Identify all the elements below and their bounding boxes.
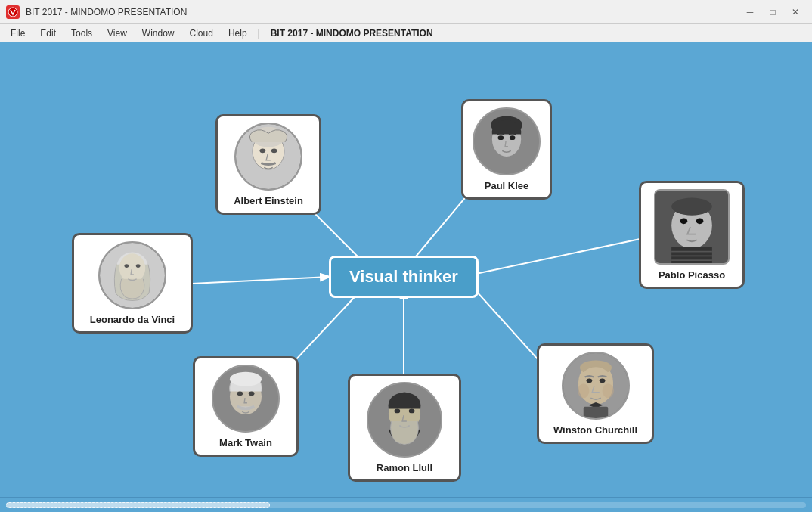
person-name-albert-einstein: Albert Einstein (224, 195, 313, 206)
close-button[interactable]: ✕ (785, 4, 806, 20)
svg-point-29 (119, 253, 145, 282)
svg-point-16 (498, 135, 504, 140)
menu-help[interactable]: Help (221, 24, 255, 42)
menu-window[interactable]: Window (135, 24, 182, 42)
portrait-albert-einstein (234, 123, 302, 191)
svg-point-17 (510, 135, 516, 140)
svg-point-21 (680, 218, 688, 224)
svg-point-47 (578, 383, 589, 398)
svg-point-48 (602, 383, 613, 398)
svg-point-31 (136, 264, 141, 268)
person-card-ramon-llull[interactable]: Ramon Llull (348, 374, 461, 482)
presentation-title: BIT 2017 - MINDOMO PRESENTATION (263, 24, 441, 42)
svg-point-11 (260, 148, 266, 153)
menu-separator: | (255, 28, 263, 39)
person-card-pablo-picasso[interactable]: Pablo Picasso (639, 181, 745, 289)
svg-point-22 (696, 218, 704, 224)
svg-point-35 (237, 391, 243, 396)
portrait-ramon-llull (367, 382, 442, 458)
window-title: BIT 2017 - MINDOMO PRESENTATION (26, 7, 739, 17)
svg-point-36 (249, 391, 255, 396)
svg-point-40 (409, 409, 415, 414)
maximize-button[interactable]: □ (762, 4, 783, 20)
person-card-winston-churchill[interactable]: Winston Churchill (537, 343, 654, 444)
person-name-paul-klee: Paul Klee (470, 180, 544, 191)
scroll-track[interactable] (6, 502, 806, 508)
svg-point-12 (271, 148, 277, 153)
menu-file[interactable]: File (3, 24, 33, 42)
svg-line-4 (178, 277, 329, 284)
central-node[interactable]: Visual thinker (329, 256, 479, 298)
person-name-ramon-llull: Ramon Llull (356, 462, 453, 473)
svg-point-39 (395, 409, 401, 414)
menu-bar: File Edit Tools View Window Cloud Help |… (0, 24, 812, 42)
svg-rect-49 (583, 407, 607, 418)
menu-tools[interactable]: Tools (64, 24, 100, 42)
portrait-mark-twain (212, 365, 280, 433)
svg-line-3 (469, 235, 658, 275)
person-card-leonardo-da-vinci[interactable]: Leonardo da Vinci (72, 233, 193, 334)
menu-edit[interactable]: Edit (33, 24, 64, 42)
central-node-label: Visual thinker (349, 267, 458, 286)
person-card-paul-klee[interactable]: Paul Klee (461, 99, 552, 200)
person-card-mark-twain[interactable]: Mark Twain (193, 356, 299, 457)
person-name-pablo-picasso: Pablo Picasso (647, 269, 736, 281)
window-controls: ─ □ ✕ (739, 4, 806, 20)
person-name-winston-churchill: Winston Churchill (545, 424, 646, 436)
person-name-leonardo-da-vinci: Leonardo da Vinci (80, 314, 184, 325)
title-bar: BIT 2017 - MINDOMO PRESENTATION ─ □ ✕ (0, 0, 812, 24)
scroll-thumb[interactable] (6, 502, 270, 508)
scrollbar-area (0, 497, 812, 512)
app-icon (6, 5, 20, 19)
portrait-leonardo-da-vinci (98, 241, 166, 309)
svg-point-20 (671, 198, 712, 216)
portrait-winston-churchill (562, 352, 630, 420)
svg-point-45 (586, 378, 592, 383)
minimize-button[interactable]: ─ (739, 4, 761, 20)
menu-view[interactable]: View (100, 24, 135, 42)
portrait-pablo-picasso (654, 189, 730, 265)
person-name-mark-twain: Mark Twain (201, 437, 290, 448)
svg-point-34 (230, 372, 262, 386)
svg-point-46 (599, 378, 605, 383)
menu-cloud[interactable]: Cloud (182, 24, 221, 42)
mind-map-canvas: Visual thinker Albert Einst (0, 42, 812, 497)
person-card-albert-einstein[interactable]: Albert Einstein (215, 114, 321, 215)
svg-point-30 (124, 264, 129, 268)
portrait-paul-klee (473, 107, 541, 175)
